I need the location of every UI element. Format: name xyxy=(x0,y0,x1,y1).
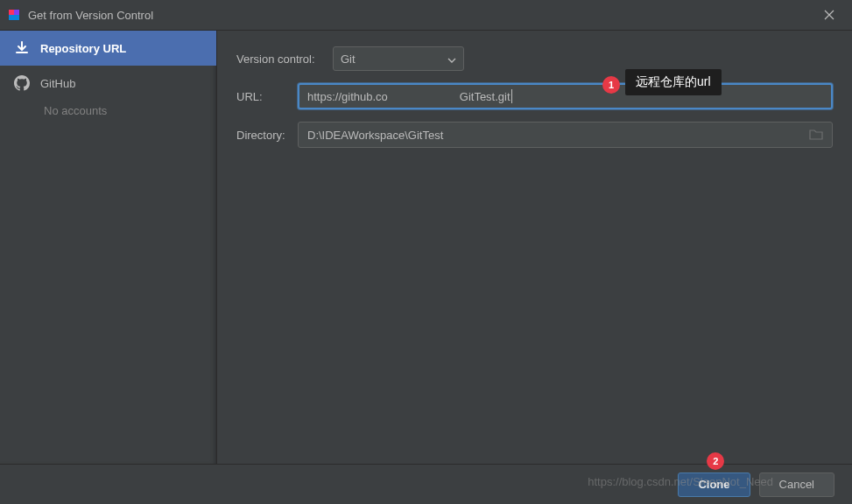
text-cursor xyxy=(511,89,512,103)
footer: Clone 2 Cancel xyxy=(0,464,852,504)
redacted-segment xyxy=(390,88,458,104)
folder-icon[interactable] xyxy=(809,128,823,143)
main-area: Repository URL GitHub No accounts Versio… xyxy=(0,31,852,464)
version-control-row: Version control: Git xyxy=(236,46,833,71)
url-label: URL: xyxy=(236,90,298,103)
url-value-prefix: https://github.co xyxy=(307,90,388,103)
github-icon xyxy=(14,75,32,91)
download-icon xyxy=(14,40,32,56)
chevron-down-icon xyxy=(447,52,456,66)
sidebar-sublabel: No accounts xyxy=(0,101,216,121)
content-panel: Version control: Git URL: https://github… xyxy=(217,31,852,464)
directory-row: Directory: D:\IDEAWorkspace\GitTest xyxy=(236,122,833,148)
version-control-label: Version control: xyxy=(236,52,333,66)
version-control-value: Git xyxy=(341,52,356,66)
directory-value: D:\IDEAWorkspace\GitTest xyxy=(307,129,443,142)
cancel-button[interactable]: Cancel xyxy=(759,472,834,497)
sidebar-item-label: GitHub xyxy=(40,77,75,90)
annotation-badge-2: 2 xyxy=(707,452,724,470)
sidebar-item-repository-url[interactable]: Repository URL xyxy=(0,31,216,66)
titlebar: Get from Version Control xyxy=(0,0,852,31)
svg-rect-2 xyxy=(14,10,19,15)
window-title: Get from Version Control xyxy=(28,9,813,22)
svg-rect-1 xyxy=(9,10,14,15)
url-value-suffix: GitTest.git xyxy=(460,90,510,103)
version-control-select[interactable]: Git xyxy=(333,46,464,71)
url-input[interactable]: https://github.coGitTest.git xyxy=(298,83,833,109)
svg-rect-3 xyxy=(9,15,19,20)
close-button[interactable] xyxy=(813,0,845,31)
clone-button[interactable]: Clone 2 xyxy=(678,472,750,497)
app-icon xyxy=(7,8,21,22)
url-row: URL: https://github.coGitTest.git xyxy=(236,83,833,109)
annotation-badge-1: 1 xyxy=(602,76,620,94)
sidebar-item-label: Repository URL xyxy=(40,42,126,55)
sidebar: Repository URL GitHub No accounts xyxy=(0,31,217,464)
annotation-label-1: 远程仓库的url xyxy=(625,69,722,95)
cancel-button-label: Cancel xyxy=(779,478,814,491)
clone-button-label: Clone xyxy=(698,478,729,491)
sidebar-item-github[interactable]: GitHub xyxy=(0,66,216,101)
directory-label: Directory: xyxy=(236,129,298,142)
directory-input[interactable]: D:\IDEAWorkspace\GitTest xyxy=(298,122,833,148)
